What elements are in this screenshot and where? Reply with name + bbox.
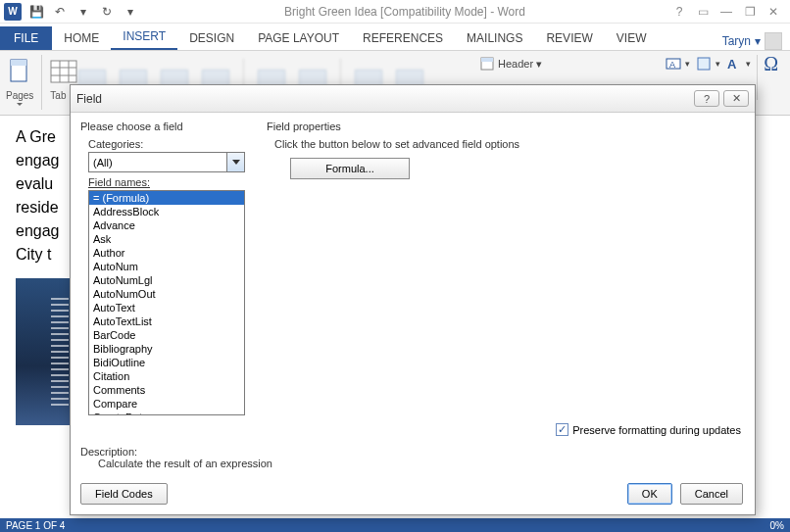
- tab-mailings[interactable]: MAILINGS: [455, 25, 534, 50]
- list-item[interactable]: CreateDate: [89, 411, 244, 415]
- window-controls: ? ▭ — ❐ ✕: [670, 3, 790, 21]
- user-dropdown-icon: ▾: [755, 34, 761, 48]
- categories-value: (All): [89, 157, 226, 169]
- list-item[interactable]: Compare: [89, 397, 244, 411]
- tab-design[interactable]: DESIGN: [177, 25, 246, 50]
- list-item[interactable]: Bibliography: [89, 342, 244, 356]
- description-label: Description:: [80, 446, 272, 458]
- status-page[interactable]: PAGE 1 OF 4: [6, 520, 65, 531]
- undo-icon[interactable]: ↶: [51, 3, 69, 21]
- ribbon-display-icon[interactable]: ▭: [694, 3, 712, 21]
- categories-combo[interactable]: (All): [88, 152, 245, 172]
- help-icon[interactable]: ?: [670, 3, 688, 21]
- dialog-left-pane: Please choose a field Categories: (All) …: [80, 121, 257, 415]
- list-item[interactable]: AutoNum: [89, 260, 244, 273]
- preserve-label: Preserve formatting during updates: [572, 424, 741, 436]
- field-properties-label: Field properties: [267, 121, 745, 132]
- cancel-button[interactable]: Cancel: [680, 483, 743, 505]
- dialog-body: Please choose a field Categories: (All) …: [71, 113, 755, 514]
- dialog-title: Field: [76, 92, 102, 106]
- field-dialog: Field ? ✕ Please choose a field Categori…: [70, 84, 756, 515]
- svg-rect-8: [481, 58, 493, 62]
- list-item[interactable]: AutoText: [89, 301, 244, 314]
- list-item[interactable]: Citation: [89, 369, 244, 383]
- pages-label: Pages: [6, 90, 33, 101]
- list-item[interactable]: BarCode: [89, 328, 244, 342]
- list-item[interactable]: AutoNumLgl: [89, 273, 244, 287]
- ribbon-header-group: Header ▾: [480, 55, 542, 73]
- description-text: Calculate the result of an expression: [80, 458, 272, 469]
- tab-file[interactable]: FILE: [0, 26, 52, 50]
- list-item[interactable]: AddressBlock: [89, 205, 244, 218]
- preserve-formatting-row[interactable]: ✓ Preserve formatting during updates: [556, 423, 741, 436]
- list-item[interactable]: Ask: [89, 232, 244, 246]
- wordart-icon[interactable]: A▾: [726, 55, 751, 73]
- quick-parts-icon[interactable]: ▾: [696, 55, 720, 73]
- tab-page-layout[interactable]: PAGE LAYOUT: [246, 25, 351, 50]
- field-names-listbox[interactable]: = (Formula)AddressBlockAdvanceAskAuthorA…: [88, 190, 245, 415]
- minimize-icon[interactable]: —: [717, 3, 735, 21]
- close-icon[interactable]: ✕: [765, 3, 782, 21]
- ribbon-pages-group[interactable]: Pages: [6, 55, 33, 106]
- dialog-close-button[interactable]: ✕: [723, 90, 749, 107]
- tab-home[interactable]: HOME: [52, 25, 111, 50]
- status-bar: PAGE 1 OF 4 0%: [0, 518, 790, 532]
- preserve-checkbox[interactable]: ✓: [556, 423, 568, 436]
- equation-symbol[interactable]: Ω: [764, 55, 778, 73]
- svg-text:A: A: [727, 57, 737, 72]
- header-button[interactable]: Header ▾: [480, 55, 542, 73]
- list-item[interactable]: Advance: [89, 218, 244, 232]
- text-box-icon[interactable]: A▾: [666, 55, 690, 73]
- formula-button[interactable]: Formula...: [290, 158, 410, 179]
- pages-icon: [8, 55, 31, 88]
- ok-button[interactable]: OK: [627, 483, 672, 505]
- dialog-help-button[interactable]: ?: [694, 90, 719, 107]
- categories-label: Categories:: [88, 138, 257, 150]
- header-label: Header ▾: [498, 58, 542, 71]
- quick-access-toolbar: W 💾 ↶ ▾ ↻ ▾: [0, 3, 139, 21]
- restore-icon[interactable]: ❐: [741, 3, 759, 21]
- list-item[interactable]: BidiOutline: [89, 356, 244, 369]
- description-block: Description: Calculate the result of an …: [80, 446, 272, 469]
- field-names-label: Field names:: [88, 176, 257, 188]
- dialog-titlebar[interactable]: Field ? ✕: [71, 85, 755, 113]
- document-image: [16, 278, 74, 425]
- field-codes-button[interactable]: Field Codes: [80, 483, 168, 505]
- dialog-right-pane: Field properties Click the button below …: [267, 121, 745, 179]
- user-name: Taryn: [722, 34, 751, 48]
- tab-insert[interactable]: INSERT: [111, 24, 177, 50]
- avatar: [765, 32, 782, 50]
- word-app-icon: W: [4, 3, 22, 21]
- combo-dropdown-icon[interactable]: [226, 153, 244, 171]
- status-zoom[interactable]: 0%: [770, 520, 784, 531]
- save-icon[interactable]: 💾: [27, 3, 45, 21]
- titlebar: W 💾 ↶ ▾ ↻ ▾ Bright Green Idea [Compatibi…: [0, 0, 790, 24]
- ribbon-separator: [41, 55, 42, 110]
- svg-rect-11: [698, 58, 710, 70]
- ribbon-tabs: FILE HOME INSERT DESIGN PAGE LAYOUT REFE…: [0, 24, 790, 51]
- redo-icon[interactable]: ↻: [98, 3, 116, 21]
- list-item[interactable]: = (Formula): [89, 191, 244, 205]
- list-item[interactable]: AutoNumOut: [89, 287, 244, 301]
- qat-dropdown-icon[interactable]: ▾: [74, 3, 92, 21]
- tab-review[interactable]: REVIEW: [534, 25, 604, 50]
- tab-view[interactable]: VIEW: [605, 25, 659, 50]
- svg-text:A: A: [669, 60, 675, 70]
- field-properties-sub: Click the button below to set advanced f…: [274, 138, 745, 150]
- tab-references[interactable]: REFERENCES: [351, 25, 455, 50]
- chevron-down-icon: [17, 103, 23, 106]
- qat-customize-icon[interactable]: ▾: [122, 3, 139, 21]
- list-item[interactable]: AutoTextList: [89, 314, 244, 328]
- choose-field-label: Please choose a field: [80, 121, 257, 132]
- list-item[interactable]: Author: [89, 246, 244, 260]
- user-account[interactable]: Taryn ▾: [715, 32, 790, 50]
- list-item[interactable]: Comments: [89, 383, 244, 397]
- svg-rect-1: [11, 60, 26, 66]
- window-title: Bright Green Idea [Compatibility Mode] -…: [139, 5, 670, 19]
